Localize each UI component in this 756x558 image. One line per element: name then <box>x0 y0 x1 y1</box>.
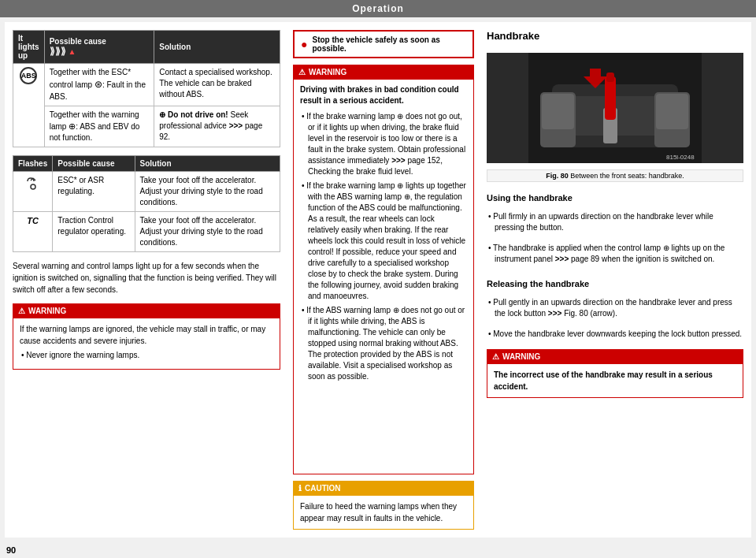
lights-up-table: It lightsup Possible cause⟫⟫⟫ ▲ Solution… <box>13 30 280 147</box>
left-column: It lightsup Possible cause⟫⟫⟫ ▲ Solution… <box>13 30 280 530</box>
caution-label: CAUTION <box>305 483 341 494</box>
esc-icon-cell <box>13 172 53 212</box>
flashes-table: Flashes Possible cause Solution <box>13 155 280 252</box>
left-warning-box: ⚠ WARNING If the warning lamps are ignor… <box>13 303 280 370</box>
releasing-bullet-1: Pull gently in an upwards direction on t… <box>495 297 743 319</box>
releasing-handbrake-heading: Releasing the handbrake <box>487 279 743 288</box>
warning-triangle-icon: ⚠ <box>18 306 25 317</box>
fig-caption: Fig. 80 Between the front seats: handbra… <box>487 169 743 182</box>
solution-2a: Take your foot off the accelerator. Adju… <box>135 172 280 212</box>
left-warning-header: ⚠ WARNING <box>13 304 280 318</box>
abs-icon-cell: ABS <box>13 64 45 147</box>
handbrake-svg: 815l-0248 <box>487 53 743 163</box>
handbrake-warning-box: ⚠ WARNING The incorrect use of the handb… <box>487 349 743 398</box>
stop-bullet-icon: ● <box>301 38 307 50</box>
stop-text: Stop the vehicle safely as soon as possi… <box>312 35 466 53</box>
handbrake-warning-triangle-icon: ⚠ <box>492 352 499 363</box>
caution-text: Failure to heed the warning lamps when t… <box>300 500 467 524</box>
page-container: Operation It lightsup Possible cause⟫⟫⟫ … <box>0 0 756 558</box>
cause-1b: Together with the warning lamp ⊕: ABS an… <box>44 106 154 147</box>
fig-caption-desc: Between the front seats: handbrake. <box>570 172 684 180</box>
handbrake-column: Handbrake <box>487 30 743 530</box>
col-solution2: Solution <box>135 156 280 172</box>
solution-1a: Contact a specialised workshop. The vehi… <box>154 64 280 106</box>
svg-text:815l-0248: 815l-0248 <box>666 154 695 161</box>
svg-rect-12 <box>542 94 574 129</box>
middle-warning-header: ⚠ WARNING <box>294 65 473 80</box>
col-solution1: Solution <box>154 31 280 64</box>
caution-header: ℹ CAUTION <box>294 482 473 496</box>
left-warning-bullet: Never ignore the warning lamps. <box>28 350 273 361</box>
middle-warning-label: WARNING <box>309 67 346 78</box>
caution-icon: ℹ <box>298 483 302 494</box>
using-handbrake-heading: Using the handbrake <box>487 193 743 203</box>
page-number: 90 <box>0 542 756 558</box>
cause-2a: ESC* or ASR regulating. <box>53 172 135 212</box>
col-possible-cause1: Possible cause⟫⟫⟫ ▲ <box>44 31 154 64</box>
several-warning-paragraph: Several warning and control lamps light … <box>13 260 280 296</box>
releasing-bullet-2: Move the handbrake lever downwards keepi… <box>495 329 743 340</box>
tc-icon-cell: TC <box>13 212 53 252</box>
header-title: Operation <box>352 3 404 14</box>
fig-number: Fig. 80 <box>546 172 569 180</box>
caution-box: ℹ CAUTION Failure to heed the warning la… <box>293 481 474 530</box>
using-bullet-2: The handbrake is applied when the contro… <box>495 243 743 265</box>
middle-bullet-3: If the ABS warning lamp ⊕ does not go ou… <box>308 305 467 382</box>
handbrake-title: Handbrake <box>487 30 743 42</box>
middle-warning-box: ⚠ WARNING Driving with brakes in bad con… <box>293 65 474 474</box>
left-warning-text: If the warning lamps are ignored, the ve… <box>20 323 273 347</box>
handbrake-warning-text: The incorrect use of the handbrake may r… <box>494 369 736 392</box>
col-flashes: Flashes <box>13 156 53 172</box>
cause-1a: Together with the ESC* control lamp ⊛: F… <box>44 64 154 106</box>
middle-warning-bullets: If the brake warning lamp ⊕ does not go … <box>300 111 467 382</box>
middle-warning-triangle-icon: ⚠ <box>298 67 306 78</box>
solution-1b: ⊕ Do not drive on! Seek professional adv… <box>154 106 280 147</box>
middle-bullet-2: If the brake warning lamp ⊕ lights up to… <box>308 180 467 302</box>
content-area: It lightsup Possible cause⟫⟫⟫ ▲ Solution… <box>5 22 751 538</box>
page-header: Operation <box>0 0 756 17</box>
handbrake-warning-header: ⚠ WARNING <box>487 350 743 364</box>
using-bullet-1: Pull firmly in an upwards direction on t… <box>495 211 743 233</box>
svg-rect-7 <box>605 76 616 120</box>
middle-warning-intro: Driving with brakes in bad condition cou… <box>300 84 467 106</box>
left-warning-label: WARNING <box>28 306 66 317</box>
svg-rect-8 <box>606 73 614 82</box>
cause-1a-text: Together with the ESC* control lamp ⊛: F… <box>50 68 146 101</box>
middle-bullet-1: If the brake warning lamp ⊕ does not go … <box>308 111 467 177</box>
solution-2b: Take your foot off the accelerator. Adju… <box>135 212 280 252</box>
svg-point-2 <box>31 184 35 189</box>
handbrake-warning-label: WARNING <box>502 352 540 363</box>
middle-column: ● Stop the vehicle safely as soon as pos… <box>293 30 474 530</box>
handbrake-image: 815l-0248 <box>487 53 743 163</box>
col-lights-up: It lightsup <box>13 31 45 64</box>
col-possible-cause2: Possible cause <box>53 156 135 172</box>
stop-box: ● Stop the vehicle safely as soon as pos… <box>293 30 474 58</box>
svg-rect-10 <box>656 94 688 129</box>
cause-2b: Traction Control regulator operating. <box>53 212 135 252</box>
